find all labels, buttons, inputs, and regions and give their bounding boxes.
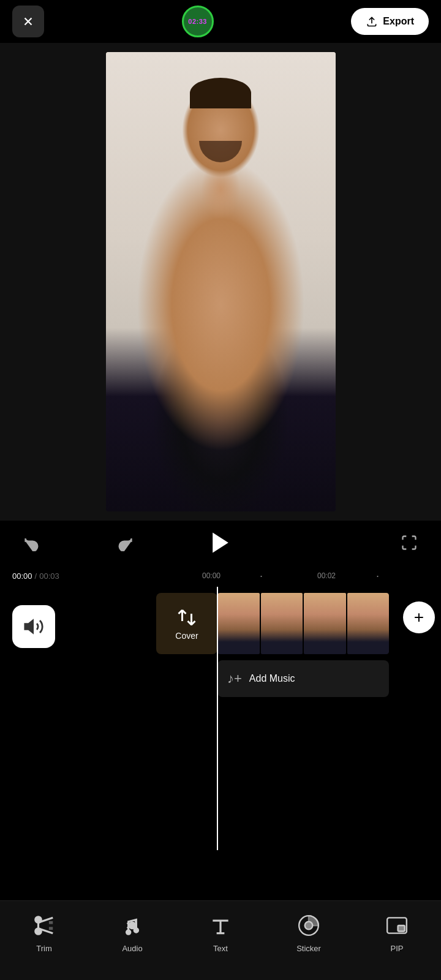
text-label: Text <box>213 944 228 953</box>
svg-point-19 <box>305 922 313 930</box>
pip-tool[interactable]: PIP <box>353 912 441 953</box>
add-music-label: Add Music <box>249 673 295 684</box>
trim-tool[interactable]: Trim <box>0 912 88 953</box>
redo-button[interactable] <box>111 529 138 556</box>
clip-thumb-2[interactable] <box>261 593 303 654</box>
clips-strip <box>217 593 389 654</box>
svg-marker-4 <box>25 620 33 633</box>
sticker-tool[interactable]: Sticker <box>265 912 353 953</box>
timer-circle: 02:33 <box>182 6 214 37</box>
fullscreen-button[interactable] <box>396 529 423 556</box>
total-time: 00:03 <box>39 571 59 581</box>
person-hair <box>190 78 251 108</box>
svg-marker-3 <box>213 533 228 553</box>
timer-text: 02:33 <box>188 18 207 25</box>
time-marker-2: 00:02 <box>317 571 336 580</box>
svg-point-13 <box>127 930 130 934</box>
close-button[interactable] <box>12 6 44 37</box>
bottom-toolbar: Trim Audio Text <box>0 900 441 980</box>
text-tool[interactable]: Text <box>176 912 265 953</box>
clip-thumb-4[interactable] <box>347 593 390 654</box>
undo-button[interactable] <box>18 529 45 556</box>
svg-point-14 <box>134 929 138 932</box>
playhead <box>217 587 218 850</box>
volume-button[interactable] <box>12 605 55 648</box>
pip-icon <box>383 912 410 939</box>
export-label: Export <box>383 16 414 27</box>
audio-tool[interactable]: Audio <box>88 912 176 953</box>
audio-icon <box>119 912 146 939</box>
preview-image <box>106 52 336 511</box>
trim-icon <box>31 912 58 939</box>
add-clip-button[interactable]: + <box>403 601 435 633</box>
timeline-header: 00:00 / 00:03 00:00 00:02 · · <box>0 565 441 587</box>
clip-thumb-3[interactable] <box>304 593 346 654</box>
audio-label: Audio <box>122 944 142 953</box>
preview-area <box>0 43 441 521</box>
export-button[interactable]: Export <box>351 8 429 35</box>
pip-label: PIP <box>391 944 404 953</box>
top-bar: 02:33 Export <box>0 0 441 43</box>
current-time: 00:00 <box>12 571 32 581</box>
add-music-bar[interactable]: ♪+ Add Music <box>217 660 389 697</box>
controls-bar <box>0 521 441 565</box>
sticker-icon <box>295 912 322 939</box>
clip-thumb-1[interactable] <box>217 593 260 654</box>
time-marker-1: 00:00 <box>202 571 221 580</box>
sticker-label: Sticker <box>296 944 321 953</box>
music-note-icon: ♪+ <box>227 671 242 687</box>
cover-label: Cover <box>175 631 198 641</box>
time-divider: / <box>35 571 37 581</box>
play-button[interactable] <box>204 526 237 559</box>
person-background <box>106 52 336 511</box>
cover-clip[interactable]: Cover <box>156 593 217 654</box>
dot-2: · <box>376 570 379 582</box>
dot-1: · <box>260 570 263 582</box>
trim-label: Trim <box>36 944 52 953</box>
timeline-area: Cover + ♪+ Add Music <box>0 587 441 850</box>
text-icon <box>207 912 234 939</box>
svg-rect-21 <box>398 925 405 932</box>
